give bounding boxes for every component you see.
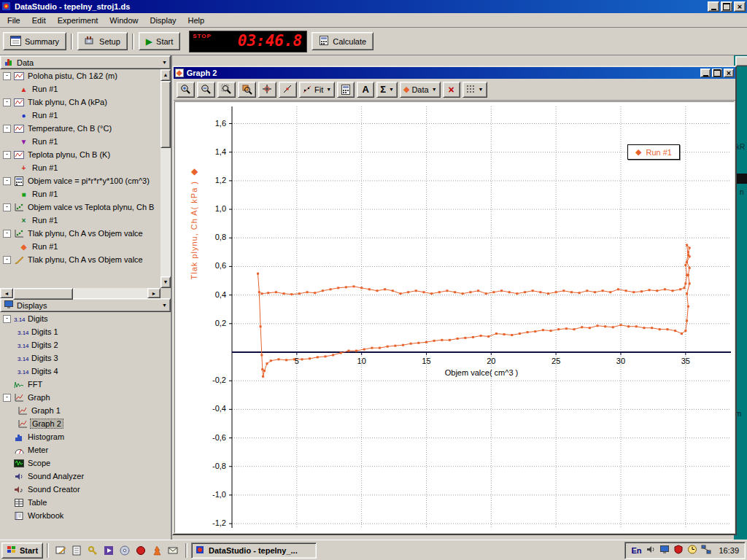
calculator-button[interactable] — [337, 82, 355, 98]
run-item[interactable]: ▼Run #1 — [0, 135, 160, 148]
graph-settings-dropdown[interactable]: ▼ — [462, 82, 487, 98]
chevron-down-icon[interactable]: ▼ — [162, 60, 167, 65]
graph-window-titlebar[interactable]: ◆ Graph 2 × — [174, 67, 735, 79]
scroll-up-icon[interactable]: ▲ — [160, 69, 171, 81]
hscroll-track[interactable] — [13, 288, 147, 298]
minimize-button[interactable] — [708, 1, 719, 12]
expander-icon[interactable]: - — [3, 230, 11, 238]
data-item-poloha-pistu-ch-1-2-m[interactable]: -Poloha pistu, Ch 1&2 (m) — [0, 69, 160, 82]
menu-item-edit[interactable]: Edit — [26, 15, 52, 26]
smart-tool-button[interactable] — [258, 82, 276, 98]
display-item-fft[interactable]: FFT — [0, 378, 171, 391]
graph-maximize-button[interactable] — [712, 69, 722, 77]
media-player-icon[interactable] — [104, 545, 115, 556]
display-item-digits-3[interactable]: 3.14Digits 3 — [0, 351, 171, 365]
keys-icon[interactable] — [88, 545, 98, 556]
language-indicator[interactable]: En — [631, 546, 641, 555]
fit-dropdown[interactable]: Fit ▼ — [299, 82, 335, 98]
cd-player-icon[interactable] — [120, 545, 131, 556]
display-item-sound-analyzer[interactable]: Sound Analyzer — [0, 470, 171, 483]
start-menu-button[interactable]: Start — [1, 542, 43, 559]
display-item-meter[interactable]: Meter — [0, 443, 171, 456]
statistics-dropdown[interactable]: Σ ▼ — [376, 82, 398, 98]
legend[interactable]: ◆ Run #1 — [627, 144, 680, 160]
start-button[interactable]: ▶ Start — [139, 32, 180, 50]
zoom-select-button[interactable] — [217, 82, 236, 98]
mail-icon[interactable] — [168, 545, 179, 556]
data-item-tlak-plynu-ch-a-kpa[interactable]: -Tlak plynu, Ch A (kPa) — [0, 96, 160, 109]
slope-tool-button[interactable] — [279, 82, 297, 98]
hscroll-thumb[interactable] — [13, 288, 73, 300]
display-item-digits-4[interactable]: 3.14Digits 4 — [0, 365, 171, 378]
graph-minimize-button[interactable] — [700, 69, 711, 77]
data-panel-header[interactable]: Data ▼ — [0, 55, 171, 69]
display-item-table[interactable]: Table — [0, 496, 171, 509]
network-icon[interactable] — [701, 545, 711, 556]
run-item[interactable]: ◆Run #1 — [0, 240, 160, 253]
notepad-icon[interactable] — [71, 545, 82, 556]
expander-icon[interactable]: - — [3, 125, 11, 133]
graph-close-button[interactable]: × — [724, 69, 734, 77]
scroll-down-icon[interactable]: ▼ — [160, 276, 171, 288]
flame-icon[interactable] — [152, 545, 163, 556]
display-item-digits[interactable]: -3.14Digits — [0, 312, 171, 325]
run-item[interactable]: ■Run #1 — [0, 187, 160, 201]
text-annotation-button[interactable]: A — [357, 82, 374, 98]
maximize-button[interactable] — [721, 1, 732, 12]
display-item-sound-creator[interactable]: ♪Sound Creator — [0, 483, 171, 496]
shield-icon[interactable] — [673, 545, 684, 556]
data-panel-hscrollbar[interactable]: ◄ ► — [0, 288, 171, 298]
volume-icon[interactable] — [646, 545, 656, 556]
display-icon[interactable] — [659, 545, 670, 556]
chevron-down-icon[interactable]: ▼ — [162, 303, 167, 308]
clock-icon[interactable] — [687, 545, 697, 556]
zoom-fit-button[interactable] — [238, 82, 256, 98]
menu-item-experiment[interactable]: Experiment — [52, 15, 104, 26]
red-dot-icon[interactable] — [136, 545, 147, 556]
run-item[interactable]: ●Run #1 — [0, 109, 160, 122]
data-item-teplota-plynu-ch-b-k[interactable]: -Teplota plynu, Ch B (K) — [0, 148, 160, 161]
expander-icon[interactable]: - — [3, 72, 11, 80]
vscroll-track[interactable] — [160, 81, 171, 276]
menu-item-file[interactable]: File — [1, 15, 26, 26]
expander-icon[interactable]: - — [3, 394, 11, 402]
menu-item-window[interactable]: Window — [104, 15, 144, 26]
display-item-graph-2[interactable]: Graph 2 — [0, 417, 171, 430]
taskbar-task-button[interactable]: DataStudio - tepelny_... — [191, 542, 317, 559]
display-item-scope[interactable]: Scope — [0, 456, 171, 470]
run-item[interactable]: ×Run #1 — [0, 214, 160, 227]
close-button[interactable]: × — [734, 1, 746, 12]
displays-panel-header[interactable]: Displays ▼ — [0, 298, 171, 312]
data-item-objem-valce-vs-teplota-plynu-ch-b[interactable]: -Objem valce vs Teplota plynu, Ch B — [0, 201, 160, 214]
expander-icon[interactable]: - — [3, 177, 11, 185]
expander-icon[interactable]: - — [3, 151, 11, 159]
delete-button[interactable]: × — [443, 82, 460, 98]
display-item-digits-1[interactable]: 3.14Digits 1 — [0, 325, 171, 338]
data-item-temperature-ch-b-c[interactable]: -Temperature, Ch B (°C) — [0, 122, 160, 135]
scroll-left-icon[interactable]: ◄ — [0, 288, 13, 298]
display-item-graph[interactable]: -Graph — [0, 391, 171, 404]
menu-item-help[interactable]: Help — [182, 15, 211, 26]
show-desktop-icon[interactable] — [55, 545, 66, 556]
expander-icon[interactable]: - — [3, 98, 11, 106]
calculate-button[interactable]: Calculate — [311, 32, 374, 50]
vscroll-thumb[interactable] — [160, 81, 171, 148]
display-item-digits-2[interactable]: 3.14Digits 2 — [0, 338, 171, 351]
expander-icon[interactable]: - — [3, 315, 11, 323]
data-panel-vscrollbar[interactable]: ▲ ▼ — [160, 69, 171, 288]
menu-item-display[interactable]: Display — [144, 15, 182, 26]
data-item-tlak-plynu-ch-a-vs-objem-valce[interactable]: -Tlak plynu, Ch A vs Objem valce — [0, 227, 160, 240]
zoom-in-button[interactable] — [177, 82, 195, 98]
run-item[interactable]: ▲Run #1 — [0, 82, 160, 96]
display-item-workbook[interactable]: Workbook — [0, 509, 171, 522]
setup-button[interactable]: Setup — [77, 32, 128, 50]
chart-area[interactable]: 1,61,41,21,00,80,60,40,2-0,2-0,4-0,6-0,8… — [174, 101, 735, 533]
run-item[interactable]: +Run #1 — [0, 161, 160, 174]
data-item-tlak-plynu-ch-a-vs-objem-valce[interactable]: -Tlak plynu, Ch A vs Objem valce — [0, 253, 160, 266]
summary-button[interactable]: Summary — [3, 32, 66, 50]
expander-icon[interactable]: - — [3, 256, 11, 264]
data-dropdown[interactable]: ◆ Data ▼ — [400, 82, 441, 98]
display-item-histogram[interactable]: Histogram — [0, 430, 171, 443]
expander-icon[interactable]: - — [3, 203, 11, 211]
data-item-objem-valce-pi-r-r-y-100-cm-3[interactable]: -Objem valce = pi*r*r*y*100 (cm^3) — [0, 174, 160, 187]
